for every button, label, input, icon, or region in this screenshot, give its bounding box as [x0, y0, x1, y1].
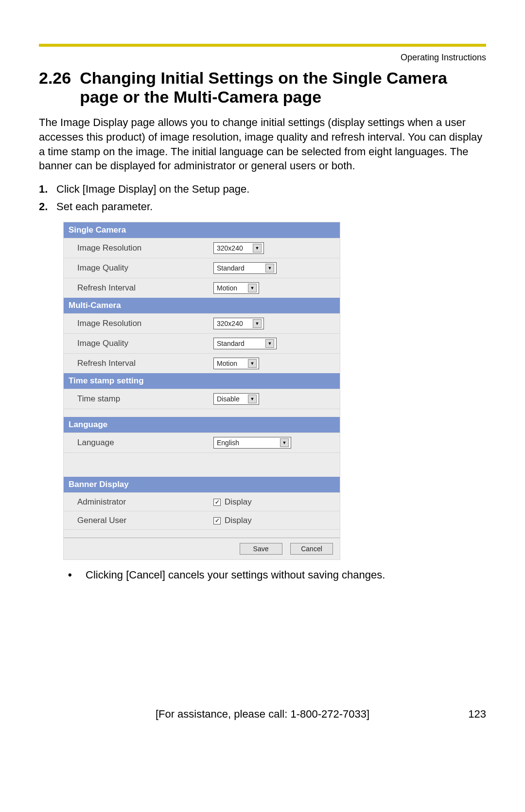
banner-admin-label: Administrator — [64, 493, 213, 511]
select-value: 320x240 — [217, 320, 243, 327]
section-header-multi-camera: Multi-Camera — [64, 298, 340, 313]
multi-refresh-select[interactable]: Motion ▼ — [213, 358, 259, 369]
step-text: Click [Image Display] on the Setup page. — [56, 183, 249, 196]
multi-quality-label: Image Quality — [64, 333, 213, 353]
step-number: 2. — [39, 200, 56, 213]
button-row: Save Cancel — [64, 538, 340, 559]
note: • Clicking [Cancel] cancels your setting… — [68, 569, 486, 581]
multi-refresh-label: Refresh Interval — [64, 353, 213, 373]
banner-general-label: General User — [64, 511, 213, 530]
note-text: Clicking [Cancel] cancels your settings … — [86, 569, 385, 581]
multi-quality-select[interactable]: Standard ▼ — [213, 338, 277, 349]
steps-list: 1. Click [Image Display] on the Setup pa… — [39, 183, 486, 213]
chevron-down-icon: ▼ — [248, 359, 257, 368]
step-text: Set each parameter. — [56, 200, 153, 213]
chevron-down-icon: ▼ — [265, 339, 274, 348]
select-value: 320x240 — [217, 244, 243, 252]
settings-panel: Single Camera Image Resolution 320x240 ▼… — [63, 222, 340, 560]
step-1: 1. Click [Image Display] on the Setup pa… — [39, 183, 486, 196]
checkbox-label: Display — [225, 497, 252, 507]
checkbox-label: Display — [225, 516, 252, 525]
multi-resolution-select[interactable]: 320x240 ▼ — [213, 318, 264, 329]
top-rule — [39, 44, 486, 47]
section-heading: Changing Initial Settings on the Single … — [80, 69, 486, 107]
single-refresh-select[interactable]: Motion ▼ — [213, 282, 259, 294]
single-refresh-label: Refresh Interval — [64, 278, 213, 298]
timestamp-label: Time stamp — [64, 389, 213, 409]
chevron-down-icon: ▼ — [248, 284, 257, 292]
step-2: 2. Set each parameter. — [39, 200, 486, 213]
timestamp-select[interactable]: Disable ▼ — [213, 393, 259, 405]
document-page: Operating Instructions 2.26 Changing Ini… — [0, 0, 525, 750]
section-number: 2.26 — [39, 69, 71, 88]
cancel-button[interactable]: Cancel — [290, 543, 333, 555]
chevron-down-icon: ▼ — [248, 395, 257, 403]
single-quality-label: Image Quality — [64, 258, 213, 278]
chevron-down-icon: ▼ — [253, 319, 262, 328]
single-quality-select[interactable]: Standard ▼ — [213, 262, 277, 274]
section-header-language: Language — [64, 417, 340, 433]
assistance-text: [For assistance, please call: 1-800-272-… — [156, 708, 369, 721]
select-value: Standard — [217, 340, 245, 347]
select-value: Motion — [217, 360, 237, 367]
intro-paragraph: The Image Display page allows you to cha… — [39, 115, 486, 173]
single-resolution-select[interactable]: 320x240 ▼ — [213, 242, 264, 254]
footer: [For assistance, please call: 1-800-272-… — [39, 708, 486, 721]
step-number: 1. — [39, 183, 56, 196]
chevron-down-icon: ▼ — [265, 264, 274, 272]
select-value: Motion — [217, 284, 237, 292]
page-number: 123 — [468, 708, 486, 721]
language-label: Language — [64, 433, 213, 452]
chevron-down-icon: ▼ — [253, 244, 262, 253]
single-resolution-label: Image Resolution — [64, 238, 213, 258]
select-value: Disable — [217, 395, 240, 403]
select-value: English — [217, 439, 239, 447]
section-header-single-camera: Single Camera — [64, 222, 340, 238]
section-header-banner: Banner Display — [64, 477, 340, 492]
multi-resolution-label: Image Resolution — [64, 313, 213, 333]
admin-display-checkbox[interactable]: ✓ — [213, 499, 221, 506]
bullet-icon: • — [68, 569, 86, 581]
select-value: Standard — [217, 264, 245, 272]
section-header-timestamp: Time stamp setting — [64, 373, 340, 389]
header-label: Operating Instructions — [39, 53, 486, 63]
section-title: 2.26 Changing Initial Settings on the Si… — [39, 69, 486, 107]
chevron-down-icon: ▼ — [280, 438, 289, 447]
language-select[interactable]: English ▼ — [213, 437, 291, 449]
save-button[interactable]: Save — [240, 543, 282, 555]
general-display-checkbox[interactable]: ✓ — [213, 517, 221, 524]
